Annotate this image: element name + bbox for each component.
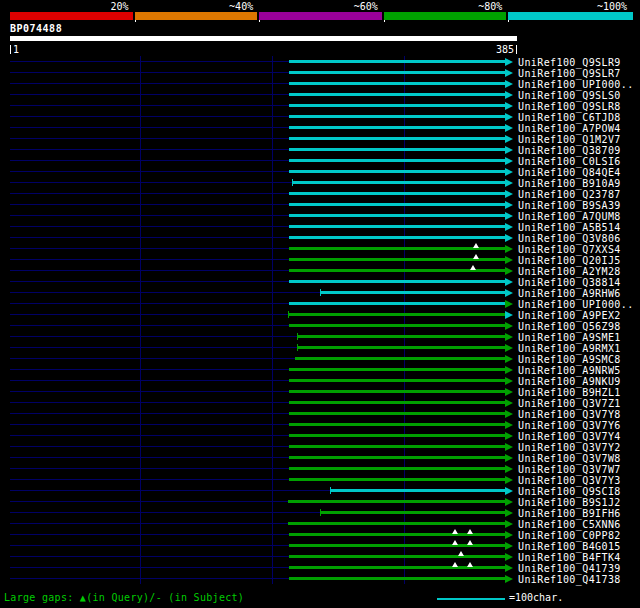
hit-bar[interactable]	[289, 170, 505, 173]
hit-arrow-icon	[505, 289, 513, 297]
alignment-row: UniRef100_Q9SLR9	[0, 56, 640, 67]
scale-tick	[384, 20, 385, 22]
alignment-row: UniRef100_UPI000..	[0, 298, 640, 309]
scale-label: 20%	[10, 1, 135, 12]
alignment-row: UniRef100_Q9SLS0	[0, 89, 640, 100]
hit-bar[interactable]	[289, 137, 505, 140]
alignment-row: UniRef100_C0PP82	[0, 529, 640, 540]
scalebar-label: =100char.	[509, 592, 563, 603]
hit-bar[interactable]	[288, 500, 505, 503]
alignment-row: UniRef100_A9NRW5	[0, 364, 640, 375]
hit-arrow-icon	[505, 575, 513, 583]
hit-bar[interactable]	[289, 225, 505, 228]
hit-bar[interactable]	[289, 478, 505, 481]
hit-bar[interactable]	[289, 467, 505, 470]
hit-bar[interactable]	[320, 291, 505, 294]
hit-bar[interactable]	[289, 401, 505, 404]
hit-bar[interactable]	[289, 236, 505, 239]
hit-arrow-icon	[505, 377, 513, 385]
alignment-row: UniRef100_Q9SLR8	[0, 100, 640, 111]
hit-bar[interactable]	[289, 412, 505, 415]
hit-arrow-icon	[505, 322, 513, 330]
hit-arrow-icon	[505, 58, 513, 66]
hit-bar[interactable]	[289, 60, 505, 63]
alignment-row: UniRef100_Q41738	[0, 573, 640, 584]
alignment-row: UniRef100_Q23787	[0, 188, 640, 199]
scale-segment	[10, 12, 133, 20]
alignment-row: UniRef100_A2YM28	[0, 265, 640, 276]
scale-tick	[135, 20, 136, 22]
hit-bar[interactable]	[289, 577, 505, 580]
hit-start-tick	[330, 487, 331, 494]
scale-segment	[508, 12, 633, 20]
hit-bar[interactable]	[289, 445, 505, 448]
hit-start-tick	[320, 289, 321, 296]
hit-arrow-icon	[505, 421, 513, 429]
hit-bar[interactable]	[292, 181, 505, 184]
scale-label: ~100%	[508, 1, 633, 12]
hit-bar[interactable]	[289, 192, 505, 195]
hit-bar[interactable]	[297, 346, 505, 349]
alignment-row: UniRef100_Q3V7Y2	[0, 441, 640, 452]
hit-bar[interactable]	[297, 335, 505, 338]
hit-arrow-icon	[505, 256, 513, 264]
alignment-row: UniRef100_A9SME1	[0, 331, 640, 342]
alignment-row: UniRef100_Q3V7Y8	[0, 408, 640, 419]
alignment-row: UniRef100_B9S1J2	[0, 496, 640, 507]
alignment-row: UniRef100_A7QUM8	[0, 210, 640, 221]
alignment-row: UniRef100_A9RMX1	[0, 342, 640, 353]
hit-bar[interactable]	[289, 115, 505, 118]
hit-bar[interactable]	[288, 313, 505, 316]
alignment-row: UniRef100_Q38709	[0, 144, 640, 155]
scale-tick	[259, 20, 260, 22]
hit-bar[interactable]	[295, 357, 505, 360]
scale-segment	[259, 12, 382, 20]
hit-arrow-icon	[505, 201, 513, 209]
alignment-row: UniRef100_Q3V806	[0, 232, 640, 243]
hit-bar[interactable]	[289, 368, 505, 371]
hit-bar[interactable]	[288, 522, 505, 525]
alignment-row: UniRef100_A7POW4	[0, 122, 640, 133]
gap-marker-icon	[467, 529, 473, 534]
hit-bar[interactable]	[289, 390, 505, 393]
hit-arrow-icon	[505, 124, 513, 132]
hit-bar[interactable]	[289, 302, 505, 305]
alignment-row: UniRef100_A9RHW6	[0, 287, 640, 298]
alignment-row: UniRef100_A9PEX2	[0, 309, 640, 320]
hit-arrow-icon	[505, 223, 513, 231]
hit-bar[interactable]	[289, 555, 505, 558]
hit-label[interactable]: UniRef100_Q41738	[518, 574, 621, 585]
hit-bar[interactable]	[289, 104, 505, 107]
hit-bar[interactable]	[289, 214, 505, 217]
hit-bar[interactable]	[289, 280, 505, 283]
hit-start-tick	[288, 311, 289, 318]
alignment-row: UniRef100_A9SMC8	[0, 353, 640, 364]
hit-arrow-icon	[505, 278, 513, 286]
gap-marker-icon	[458, 551, 464, 556]
hit-arrow-icon	[505, 476, 513, 484]
hit-bar[interactable]	[289, 456, 505, 459]
hit-bar[interactable]	[289, 71, 505, 74]
hit-bar[interactable]	[289, 324, 505, 327]
hit-bar[interactable]	[289, 82, 505, 85]
hit-bar[interactable]	[289, 434, 505, 437]
hit-arrow-icon	[505, 564, 513, 572]
hit-bar[interactable]	[289, 423, 505, 426]
hit-bar[interactable]	[289, 126, 505, 129]
hit-bar[interactable]	[289, 203, 505, 206]
hit-bar[interactable]	[289, 379, 505, 382]
gap-marker-icon	[452, 540, 458, 545]
hit-bar[interactable]	[320, 511, 505, 514]
hit-bar[interactable]	[289, 148, 505, 151]
hit-bar[interactable]	[289, 93, 505, 96]
hit-arrow-icon	[505, 487, 513, 495]
hit-start-tick	[320, 509, 321, 516]
hit-arrow-icon	[505, 465, 513, 473]
hit-bar[interactable]	[330, 489, 505, 492]
hit-arrow-icon	[505, 454, 513, 462]
hit-arrow-icon	[505, 267, 513, 275]
hit-bar[interactable]	[289, 159, 505, 162]
hit-arrow-icon	[505, 102, 513, 110]
hit-arrow-icon	[505, 245, 513, 253]
alignment-row: UniRef100_B910A9	[0, 177, 640, 188]
